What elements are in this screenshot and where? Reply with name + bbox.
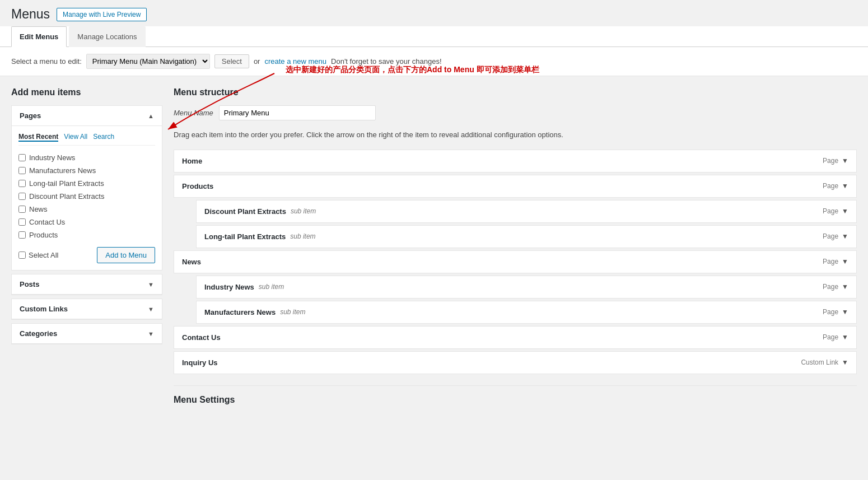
menu-item-products-dropdown[interactable]: ▼ (842, 182, 848, 190)
list-item: News (18, 203, 155, 216)
live-preview-button[interactable]: Manage with Live Preview (57, 8, 147, 21)
menu-item-home-type: Page (823, 157, 838, 165)
menu-item-industry-news-name: Industry News (204, 283, 254, 291)
menu-item-longtail-type: Page (823, 232, 838, 240)
menu-item-longtail[interactable]: Long-tail Plant Extracts sub item Page ▼ (196, 225, 857, 248)
list-item: Manufacturers News (18, 164, 155, 177)
menu-item-contact-us[interactable]: Contact Us Page ▼ (174, 326, 857, 349)
pages-accordion-body: Most Recent View All Search Industry New… (12, 126, 162, 270)
menu-item-industry-news-dropdown[interactable]: ▼ (842, 283, 848, 291)
contact-us-label: Contact Us (29, 218, 65, 226)
manufacturers-news-checkbox[interactable] (18, 167, 26, 174)
menu-item-discount-dropdown[interactable]: ▼ (842, 207, 848, 215)
menu-structure-title: Menu structure (174, 87, 857, 97)
menu-item-industry-news-left: Industry News sub item (204, 283, 284, 291)
list-item: Discount Plant Extracts (18, 190, 155, 203)
menu-item-industry-news-type: Page (823, 283, 838, 291)
create-new-menu-link[interactable]: create a new menu (264, 57, 326, 66)
toolbar-save-reminder: Don't forget to save your changes! (331, 57, 442, 66)
tab-manage-locations[interactable]: Manage Locations (69, 26, 145, 47)
long-tail-checkbox[interactable] (18, 180, 26, 187)
menu-name-input[interactable] (219, 105, 376, 120)
select-all-row: Select All (18, 251, 58, 259)
list-item: Long-tail Plant Extracts (18, 177, 155, 190)
menu-name-row: Menu Name (174, 105, 857, 120)
menu-item-discount[interactable]: Discount Plant Extracts sub item Page ▼ (196, 200, 857, 223)
menu-name-label: Menu Name (174, 109, 213, 117)
menu-item-inquiry-us-type: Custom Link (801, 358, 838, 366)
menu-items-list: Home Page ▼ Products Page ▼ Discount P (174, 150, 857, 374)
menu-item-longtail-dropdown[interactable]: ▼ (842, 232, 848, 240)
products-checkbox[interactable] (18, 231, 26, 239)
drag-hint: Drag each item into the order you prefer… (174, 129, 857, 141)
menu-item-manufacturers-news-tag: sub item (280, 308, 305, 316)
menu-item-manufacturers-news-right: Page ▼ (823, 308, 848, 316)
categories-accordion: Categories ▼ (11, 323, 162, 344)
menu-item-industry-news-right: Page ▼ (823, 283, 848, 291)
menu-item-inquiry-us-name: Inquiry Us (182, 358, 218, 367)
menu-item-manufacturers-news-type: Page (823, 308, 838, 316)
menu-item-longtail-right: Page ▼ (823, 232, 848, 240)
left-panel: Add menu items Pages ▲ Most Recent View … (11, 87, 162, 461)
custom-links-accordion: Custom Links ▼ (11, 299, 162, 320)
menu-item-longtail-left: Long-tail Plant Extracts sub item (204, 232, 316, 241)
pages-accordion-label: Pages (20, 111, 41, 120)
menu-settings-title: Menu Settings (174, 385, 857, 405)
search-tab[interactable]: Search (93, 133, 114, 142)
menu-item-inquiry-us-dropdown[interactable]: ▼ (842, 358, 848, 366)
tab-edit-menus[interactable]: Edit Menus (11, 26, 67, 47)
menu-item-industry-news[interactable]: Industry News sub item Page ▼ (196, 276, 857, 299)
menu-item-news-name: News (182, 258, 201, 266)
pages-checkbox-list: Industry News Manufacturers News Long-ta… (18, 151, 155, 241)
menu-item-news-type: Page (823, 258, 838, 265)
menu-item-news-right: Page ▼ (823, 258, 848, 265)
most-recent-tab[interactable]: Most Recent (18, 133, 58, 142)
categories-accordion-header[interactable]: Categories ▼ (12, 324, 162, 344)
industry-news-label: Industry News (29, 153, 75, 162)
news-checkbox[interactable] (18, 206, 26, 213)
add-to-menu-button[interactable]: Add to Menu (97, 247, 155, 263)
posts-accordion-header[interactable]: Posts ▼ (12, 274, 162, 295)
products-label: Products (29, 231, 58, 239)
menu-item-home-name: Home (182, 157, 202, 165)
menu-item-manufacturers-news-dropdown[interactable]: ▼ (842, 308, 848, 316)
select-all-label: Select All (29, 251, 58, 259)
menu-select[interactable]: Primary Menu (Main Navigation) (86, 54, 210, 69)
menu-item-home-right: Page ▼ (823, 157, 848, 165)
menu-item-discount-type: Page (823, 207, 838, 215)
menu-item-products-name: Products (182, 182, 213, 190)
list-item: Products (18, 229, 155, 241)
select-all-checkbox[interactable] (18, 251, 26, 259)
menu-item-manufacturers-news[interactable]: Manufacturers News sub item Page ▼ (196, 301, 857, 324)
menu-item-news-dropdown[interactable]: ▼ (842, 258, 848, 265)
pages-accordion: Pages ▲ Most Recent View All Search Indu… (11, 105, 162, 271)
pages-accordion-header[interactable]: Pages ▲ (12, 106, 162, 126)
posts-accordion: Posts ▼ (11, 274, 162, 295)
menu-item-longtail-tag: sub item (290, 232, 315, 240)
categories-accordion-label: Categories (20, 329, 57, 338)
menu-item-products[interactable]: Products Page ▼ (174, 175, 857, 198)
menu-item-contact-us-left: Contact Us (182, 333, 221, 342)
menu-item-news[interactable]: News Page ▼ (174, 250, 857, 273)
pages-tab-links: Most Recent View All Search (18, 133, 155, 146)
pages-chevron-icon: ▲ (148, 113, 154, 119)
menu-item-manufacturers-news-name: Manufacturers News (204, 308, 276, 316)
list-item: Contact Us (18, 216, 155, 229)
pages-footer-row: Select All Add to Menu (18, 247, 155, 263)
menu-item-home[interactable]: Home Page ▼ (174, 150, 857, 173)
toolbar: Select a menu to edit: Primary Menu (Mai… (0, 47, 868, 76)
discount-plant-checkbox[interactable] (18, 193, 26, 200)
menu-item-discount-right: Page ▼ (823, 207, 848, 215)
industry-news-checkbox[interactable] (18, 154, 26, 161)
menu-item-inquiry-us-left: Inquiry Us (182, 358, 218, 367)
menu-item-contact-us-dropdown[interactable]: ▼ (842, 333, 848, 341)
menu-item-home-dropdown[interactable]: ▼ (842, 157, 848, 165)
right-panel: 选中新建好的产品分类页面，点击下方的Add to Menu 即可添加到菜单栏 M… (174, 87, 857, 461)
menu-item-home-left: Home (182, 157, 202, 165)
custom-links-accordion-header[interactable]: Custom Links ▼ (12, 299, 162, 319)
view-all-tab[interactable]: View All (64, 133, 87, 142)
posts-accordion-label: Posts (20, 280, 39, 288)
select-button[interactable]: Select (214, 54, 249, 68)
contact-us-checkbox[interactable] (18, 218, 26, 226)
menu-item-inquiry-us[interactable]: Inquiry Us Custom Link ▼ (174, 351, 857, 374)
